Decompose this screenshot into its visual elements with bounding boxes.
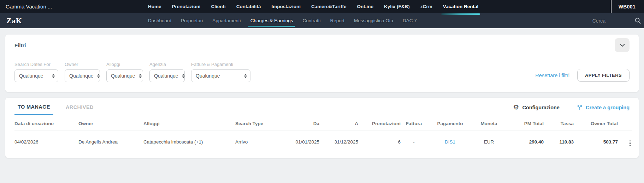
tabs-actions: ⚙ Configurazione Create a grouping <box>513 104 630 115</box>
filter-select-agenzia[interactable]: Qualunque <box>149 69 185 82</box>
configuration-button[interactable]: ⚙ Configurazione <box>513 104 560 111</box>
table-header-row: Data di creazione Owner Alloggi Search T… <box>14 115 632 130</box>
topnav-kylix[interactable]: Kylix (F&B) <box>384 0 410 13</box>
topnav-zcrm[interactable]: zCrm <box>420 0 432 13</box>
filter-field-owner: Owner Qualunque <box>65 62 100 82</box>
filter-select-owner[interactable]: Qualunque <box>65 69 100 82</box>
cell-a: 31/12/2025 <box>319 130 358 153</box>
filter-field-fatture-pagamenti: Fatture & Pagamenti Qualunque <box>191 62 250 82</box>
search-input[interactable]: Cerca <box>592 18 605 24</box>
filters-title: Filtri <box>14 42 26 48</box>
col-da: Da <box>281 115 319 130</box>
select-arrows-icon <box>182 74 185 78</box>
cell-da: 01/01/2025 <box>281 130 319 153</box>
payment-link[interactable]: DIS1 <box>445 139 455 145</box>
split-arrows-icon <box>577 104 583 111</box>
cell-owner: De Angelis Andrea <box>78 130 143 153</box>
module-navigation: Dashboard Proprietari Appartamenti Charg… <box>148 13 417 28</box>
select-value: Qualunque <box>19 73 43 79</box>
col-data-creazione: Data di creazione <box>14 115 78 130</box>
tab-archived[interactable]: ARCHIVED <box>63 104 97 115</box>
account-code[interactable]: WB001 <box>611 4 644 10</box>
filter-field-search-dates: Search Dates For Qualunque <box>14 62 58 82</box>
topnav-impostazioni[interactable]: Impostazioni <box>272 0 301 13</box>
subnav-messaggistica-ota[interactable]: Messaggistica Ota <box>354 13 393 28</box>
filter-field-alloggi: Alloggi Qualunque <box>106 62 143 82</box>
tabs-row: TO MANAGE ARCHIVED ⚙ Configurazione Crea… <box>14 98 630 115</box>
module-navbar: ZaK Dashboard Proprietari Appartamenti C… <box>0 13 644 28</box>
filter-label: Agenzia <box>149 62 185 67</box>
cell-prenotazioni: 6 <box>358 130 401 153</box>
zak-logo[interactable]: ZaK <box>0 16 148 25</box>
apply-filters-button[interactable]: APPLY FILTERS <box>577 69 630 82</box>
cell-pagamento: DIS1 <box>427 130 473 153</box>
groupings-table: Data di creazione Owner Alloggi Search T… <box>14 115 632 153</box>
table-row: 04/02/2026 De Angelis Andrea Catapecchia… <box>14 130 632 153</box>
row-actions-button[interactable] <box>628 140 632 147</box>
topbar: Gamma Vacation ... Home Prenotazioni Cli… <box>0 0 644 13</box>
col-prenotazioni: Prenotazioni <box>358 115 401 130</box>
cell-fattura: - <box>401 130 427 153</box>
cell-pm-total: 290.40 <box>505 130 544 153</box>
configuration-label: Configurazione <box>522 105 560 110</box>
topnav-prenotazioni[interactable]: Prenotazioni <box>172 0 201 13</box>
top-navigation: Home Prenotazioni Clienti Contabilità Im… <box>148 0 478 13</box>
topnav-camere-tariffe[interactable]: Camere&Tariffe <box>311 0 347 13</box>
col-a: A <box>319 115 358 130</box>
search-button[interactable] <box>634 17 641 24</box>
filter-label: Alloggi <box>106 62 143 67</box>
select-arrows-icon <box>244 74 247 78</box>
filter-select-alloggi[interactable]: Qualunque <box>106 69 143 82</box>
filters-actions: Resettare i filtri APPLY FILTERS <box>535 69 630 82</box>
subnav-appartamenti[interactable]: Appartamenti <box>212 13 241 28</box>
col-owner: Owner <box>78 115 143 130</box>
filter-label: Fatture & Pagamenti <box>191 62 250 67</box>
topnav-vacation-rental[interactable]: Vacation Rental <box>443 0 479 13</box>
cell-tassa: 110.83 <box>544 130 574 153</box>
collapse-filters-button[interactable] <box>615 38 630 52</box>
select-value: Qualunque <box>69 73 94 79</box>
col-moneta: Moneta <box>473 115 505 130</box>
content-area: Filtri Search Dates For Qualunque Own <box>0 28 644 158</box>
cell-creation-date: 04/02/2026 <box>14 130 78 153</box>
subnav-dac7[interactable]: DAC 7 <box>403 13 417 28</box>
select-arrows-icon <box>52 74 55 78</box>
cell-owner-total: 503.77 <box>574 130 618 153</box>
select-arrows-icon <box>97 74 100 78</box>
col-fattura: Fattura <box>401 115 427 130</box>
topnav-home[interactable]: Home <box>148 0 161 13</box>
cell-actions <box>618 130 632 153</box>
search-icon <box>634 17 641 24</box>
chevron-down-icon <box>620 44 625 47</box>
filters-body: Search Dates For Qualunque Owner Qualunq… <box>5 56 639 92</box>
topnav-online[interactable]: OnLine <box>357 0 374 13</box>
filter-label: Owner <box>65 62 100 67</box>
filters-card: Filtri Search Dates For Qualunque Own <box>5 35 639 92</box>
col-pm-total: PM Total <box>505 115 544 130</box>
select-value: Qualunque <box>111 73 135 79</box>
subnav-dashboard[interactable]: Dashboard <box>148 13 171 28</box>
filter-select-search-dates[interactable]: Qualunque <box>14 69 58 82</box>
topnav-clienti[interactable]: Clienti <box>211 0 226 13</box>
create-grouping-button[interactable]: Create a grouping <box>577 104 630 111</box>
filter-select-fatture-pagamenti[interactable]: Qualunque <box>191 69 250 82</box>
create-grouping-label: Create a grouping <box>586 105 630 110</box>
col-actions <box>618 115 632 130</box>
select-value: Qualunque <box>154 73 178 79</box>
filters-header: Filtri <box>5 35 639 56</box>
reset-filters-link[interactable]: Resettare i filtri <box>535 73 569 78</box>
property-name: Gamma Vacation ... <box>0 4 148 10</box>
subnav-charges-earnings[interactable]: Charges & Earnings <box>250 13 293 28</box>
subnav-contratti[interactable]: Contratti <box>302 13 320 28</box>
topnav-contabilita[interactable]: Contabilità <box>236 0 261 13</box>
select-value: Qualunque <box>196 73 220 79</box>
filter-field-agenzia: Agenzia Qualunque <box>149 62 185 82</box>
cell-search-type: Arrivo <box>235 130 281 153</box>
subnav-proprietari[interactable]: Proprietari <box>181 13 203 28</box>
col-pagamento: Pagamento <box>427 115 473 130</box>
subnav-report[interactable]: Report <box>330 13 344 28</box>
cell-alloggi: Catapecchia imboscata (+1) <box>143 130 235 153</box>
tab-to-manage[interactable]: TO MANAGE <box>14 104 53 115</box>
page: Gamma Vacation ... Home Prenotazioni Cli… <box>0 0 644 183</box>
select-arrows-icon <box>139 74 142 78</box>
